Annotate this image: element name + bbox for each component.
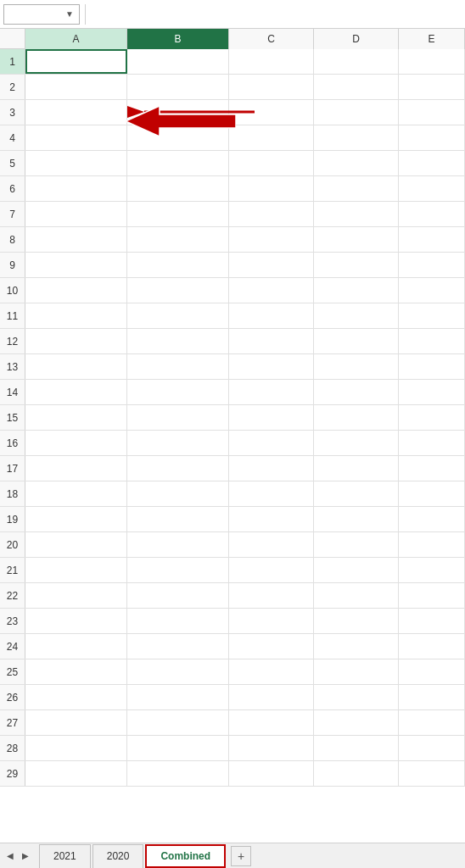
cell-C20[interactable]	[229, 532, 314, 557]
cell-A8[interactable]	[25, 227, 127, 252]
cell-A22[interactable]	[25, 583, 127, 608]
cell-D15[interactable]	[314, 405, 399, 430]
col-header-B[interactable]: B	[127, 29, 229, 49]
col-header-E[interactable]: E	[399, 29, 465, 49]
cell-B17[interactable]	[127, 456, 229, 481]
name-box-dropdown-icon[interactable]: ▼	[65, 9, 74, 19]
cell-D24[interactable]	[314, 634, 399, 659]
cell-B27[interactable]	[127, 710, 229, 735]
cell-E19[interactable]	[399, 507, 465, 531]
cell-B1[interactable]	[127, 49, 229, 74]
cell-E5[interactable]	[399, 151, 465, 175]
cell-A1[interactable]	[25, 49, 127, 74]
cell-B7[interactable]	[127, 202, 229, 226]
cell-E17[interactable]	[399, 456, 465, 481]
cell-C14[interactable]	[229, 380, 314, 404]
cell-A17[interactable]	[25, 456, 127, 481]
cell-B8[interactable]	[127, 227, 229, 252]
cell-B9[interactable]	[127, 253, 229, 277]
cell-A7[interactable]	[25, 202, 127, 226]
cell-C13[interactable]	[229, 354, 314, 379]
cell-C24[interactable]	[229, 634, 314, 659]
cell-B15[interactable]	[127, 405, 229, 430]
cell-E11[interactable]	[399, 303, 465, 328]
cell-C29[interactable]	[229, 761, 314, 786]
cell-A12[interactable]	[25, 329, 127, 353]
cell-E4[interactable]	[399, 125, 465, 150]
cell-B5[interactable]	[127, 151, 229, 175]
cell-E26[interactable]	[399, 685, 465, 709]
cell-B20[interactable]	[127, 532, 229, 557]
cell-B18[interactable]	[127, 481, 229, 506]
cell-D21[interactable]	[314, 558, 399, 582]
cell-B2[interactable]	[127, 75, 229, 99]
cell-D4[interactable]	[314, 125, 399, 150]
add-sheet-button[interactable]: +	[231, 846, 251, 866]
cell-E25[interactable]	[399, 659, 465, 684]
cell-C23[interactable]	[229, 609, 314, 633]
cell-C17[interactable]	[229, 456, 314, 481]
cell-E2[interactable]	[399, 75, 465, 99]
cell-D6[interactable]	[314, 176, 399, 201]
cell-C26[interactable]	[229, 685, 314, 709]
cell-C21[interactable]	[229, 558, 314, 582]
cell-C25[interactable]	[229, 659, 314, 684]
tab-nav-right[interactable]: ▶	[19, 849, 32, 863]
cell-D2[interactable]	[314, 75, 399, 99]
cell-C10[interactable]	[229, 278, 314, 303]
cell-E1[interactable]	[399, 49, 465, 74]
cell-A6[interactable]	[25, 176, 127, 201]
cell-A10[interactable]	[25, 278, 127, 303]
cell-B16[interactable]	[127, 431, 229, 455]
cell-E9[interactable]	[399, 253, 465, 277]
cell-A27[interactable]	[25, 710, 127, 735]
cell-D14[interactable]	[314, 380, 399, 404]
cell-A2[interactable]	[25, 75, 127, 99]
col-header-D[interactable]: D	[314, 29, 399, 49]
cell-E12[interactable]	[399, 329, 465, 353]
cell-C22[interactable]	[229, 583, 314, 608]
cell-C11[interactable]	[229, 303, 314, 328]
cell-B28[interactable]	[127, 736, 229, 760]
cell-A11[interactable]	[25, 303, 127, 328]
cell-C9[interactable]	[229, 253, 314, 277]
cell-D28[interactable]	[314, 736, 399, 760]
cell-D13[interactable]	[314, 354, 399, 379]
cell-C3[interactable]	[229, 100, 314, 125]
cell-E20[interactable]	[399, 532, 465, 557]
cell-A4[interactable]	[25, 125, 127, 150]
cell-B29[interactable]	[127, 761, 229, 786]
cell-E3[interactable]	[399, 100, 465, 125]
cell-B23[interactable]	[127, 609, 229, 633]
cell-A18[interactable]	[25, 481, 127, 506]
sheet-tab-2021[interactable]: 2021	[39, 844, 91, 868]
cell-E10[interactable]	[399, 278, 465, 303]
cell-A28[interactable]	[25, 736, 127, 760]
cell-C27[interactable]	[229, 710, 314, 735]
cell-A14[interactable]	[25, 380, 127, 404]
cell-D25[interactable]	[314, 659, 399, 684]
cell-B19[interactable]	[127, 507, 229, 531]
cell-A23[interactable]	[25, 609, 127, 633]
cell-C7[interactable]	[229, 202, 314, 226]
cell-D17[interactable]	[314, 456, 399, 481]
cell-C18[interactable]	[229, 481, 314, 506]
cell-A29[interactable]	[25, 761, 127, 786]
cell-E27[interactable]	[399, 710, 465, 735]
cell-A25[interactable]	[25, 659, 127, 684]
cell-D20[interactable]	[314, 532, 399, 557]
cell-D11[interactable]	[314, 303, 399, 328]
cell-B22[interactable]	[127, 583, 229, 608]
cell-E23[interactable]	[399, 609, 465, 633]
cell-A26[interactable]	[25, 685, 127, 709]
cell-E6[interactable]	[399, 176, 465, 201]
cell-D1[interactable]	[314, 49, 399, 74]
col-header-A[interactable]: A	[25, 29, 127, 49]
cell-D16[interactable]	[314, 431, 399, 455]
cell-C8[interactable]	[229, 227, 314, 252]
cell-E28[interactable]	[399, 736, 465, 760]
cell-A16[interactable]	[25, 431, 127, 455]
cell-E7[interactable]	[399, 202, 465, 226]
cell-E24[interactable]	[399, 634, 465, 659]
cell-C16[interactable]	[229, 431, 314, 455]
